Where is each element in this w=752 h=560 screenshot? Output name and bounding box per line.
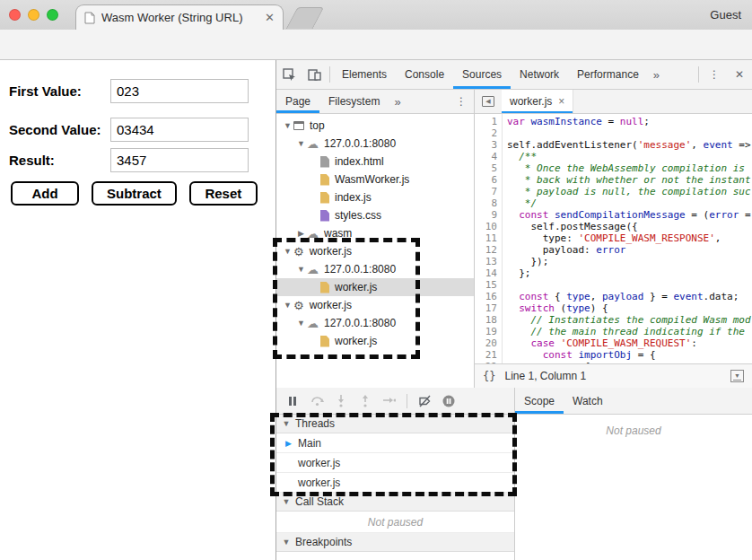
pause-script-icon[interactable] <box>282 390 303 412</box>
tab-performance[interactable]: Performance <box>568 60 648 89</box>
code-view[interactable]: 12345678910111213141516171819202122 var … <box>475 114 752 363</box>
form-row: First Value: <box>9 78 249 103</box>
file-html-icon <box>320 156 329 168</box>
line-number: 18 <box>475 314 502 326</box>
navigator-tab-filesystem[interactable]: Filesystem <box>319 90 389 113</box>
tab-sources[interactable]: Sources <box>453 60 511 89</box>
line-number: 2 <box>475 127 502 139</box>
line-number: 14 <box>475 267 502 279</box>
toolbar-divider <box>698 66 699 83</box>
browser-tab-strip: Wasm Worker (String URL) ✕ Guest <box>0 0 752 30</box>
devtools-close-icon[interactable]: ✕ <box>727 60 752 89</box>
cursor-position: Line 1, Column 1 <box>504 370 586 382</box>
tab-elements[interactable]: Elements <box>333 60 396 89</box>
line-number: 20 <box>475 337 502 349</box>
step-over-icon[interactable] <box>306 390 328 412</box>
code-line: }; <box>507 267 752 279</box>
code-line: * payload is null, the compilation suc <box>507 186 752 197</box>
page-content: First Value:Second Value:Result: AddSubt… <box>0 60 275 560</box>
inspect-element-icon[interactable] <box>276 60 302 89</box>
close-window-icon[interactable] <box>9 9 21 21</box>
editor-tab-workerjs[interactable]: worker.js × <box>502 90 573 113</box>
tab-watch[interactable]: Watch <box>564 388 612 414</box>
step-out-icon[interactable] <box>354 390 376 412</box>
line-number-gutter[interactable]: 12345678910111213141516171819202122 <box>475 116 502 363</box>
tree-item[interactable]: styles.css <box>276 206 474 224</box>
dock-indicator-icon[interactable]: ▼ <box>730 370 744 382</box>
tab-console[interactable]: Console <box>396 60 453 89</box>
callstack-title: Call Stack <box>295 495 344 508</box>
code-line: * back with whether or not the instant <box>507 174 752 186</box>
chevron-right-icon[interactable]: ▶ <box>295 229 307 238</box>
chevron-down-icon: ▼ <box>282 538 291 547</box>
line-number: 3 <box>475 139 502 151</box>
hide-navigator-icon[interactable]: ◀ <box>475 90 502 113</box>
tree-item[interactable]: ▼☁127.0.0.1:8080 <box>276 135 474 153</box>
tree-item-label: 127.0.0.1:8080 <box>324 137 396 150</box>
minimize-window-icon[interactable] <box>28 9 39 21</box>
navigator-tab-page[interactable]: Page <box>276 90 319 113</box>
code-line: }); <box>507 256 752 267</box>
field-label: Second Value: <box>9 122 110 137</box>
tree-item[interactable]: ▼top <box>276 117 474 135</box>
line-number: 5 <box>475 162 502 174</box>
chevron-down-icon[interactable]: ▼ <box>295 139 307 148</box>
annotation-box-workers <box>273 238 420 359</box>
code-line <box>507 127 752 139</box>
browser-tab[interactable]: Wasm Worker (String URL) ✕ <box>75 4 284 30</box>
line-number: 7 <box>475 186 502 197</box>
frame-icon <box>293 121 304 130</box>
device-toolbar-icon[interactable] <box>302 60 327 89</box>
pause-on-exceptions-icon[interactable] <box>438 390 459 412</box>
new-tab-button[interactable] <box>286 7 325 29</box>
navigator-menu-icon[interactable]: ⋮ <box>449 90 474 113</box>
chevron-down-icon: ▼ <box>282 497 291 506</box>
pretty-print-icon[interactable]: {} <box>483 370 495 382</box>
line-number: 10 <box>475 221 502 232</box>
form-row: Second Value: <box>9 117 249 142</box>
tab-scope[interactable]: Scope <box>515 388 564 414</box>
breakpoints-title: Breakpoints <box>295 536 352 548</box>
field-label: First Value: <box>9 83 110 99</box>
reset-button[interactable]: Reset <box>189 181 258 206</box>
chevron-down-icon[interactable]: ▼ <box>282 121 293 130</box>
tree-item[interactable]: WasmWorker.js <box>276 171 474 188</box>
tree-item-label: index.html <box>335 155 384 168</box>
step-into-icon[interactable] <box>330 390 352 412</box>
add-button[interactable]: Add <box>11 181 79 206</box>
tree-item[interactable]: index.js <box>276 188 474 206</box>
editor-status-bar: {} Line 1, Column 1 ▼ <box>475 363 752 388</box>
tab-close-icon[interactable]: ✕ <box>265 11 275 24</box>
more-tabs-icon[interactable]: » <box>648 60 665 89</box>
editor-tab-close-icon[interactable]: × <box>558 95 564 108</box>
form-row: Result: <box>9 147 249 172</box>
line-number: 1 <box>475 116 502 127</box>
line-number: 16 <box>475 291 502 302</box>
step-icon[interactable] <box>379 390 400 412</box>
editor-tab-label: worker.js <box>510 95 552 108</box>
result-input[interactable] <box>110 148 249 172</box>
code-line: const { type, payload } = event.data; <box>507 291 752 302</box>
subtract-button[interactable]: Subtract <box>92 181 177 206</box>
deactivate-breakpoints-icon[interactable] <box>414 390 435 412</box>
source-editor: ◀ worker.js × 12345678910111213141516171… <box>475 90 752 388</box>
breakpoints-section-header[interactable]: ▼ Breakpoints <box>276 533 514 552</box>
zoom-window-icon[interactable] <box>47 9 58 21</box>
profile-label[interactable]: Guest <box>710 8 741 22</box>
tree-item[interactable]: index.html <box>276 153 474 171</box>
line-number: 6 <box>475 174 502 186</box>
code-line: /** <box>507 151 752 162</box>
devtools-menu-icon[interactable]: ⋮ <box>702 60 727 89</box>
first-value-input[interactable] <box>110 79 249 103</box>
gutter-divider <box>502 114 503 363</box>
line-number: 4 <box>475 151 502 162</box>
toolbar-divider <box>329 66 330 83</box>
debugger-controls <box>276 388 514 415</box>
second-value-input[interactable] <box>110 118 249 142</box>
more-navigator-tabs-icon[interactable]: » <box>389 90 406 113</box>
tab-network[interactable]: Network <box>511 60 568 89</box>
code-line: // Instantiates the compiled Wasm mod <box>507 314 752 326</box>
file-js-icon <box>320 192 329 204</box>
code-line: self.addEventListener('message', event =… <box>507 139 752 151</box>
scope-status: Not paused <box>515 415 752 560</box>
